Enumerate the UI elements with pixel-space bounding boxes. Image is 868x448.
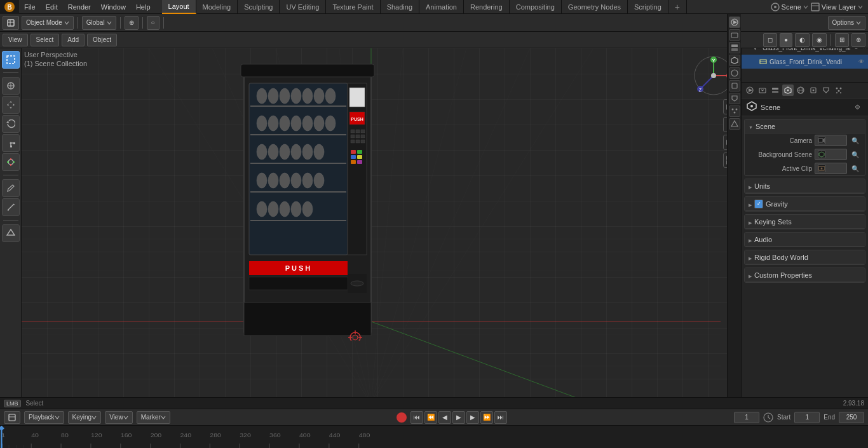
prop-tab-object[interactable] — [808, 85, 819, 96]
tab-uv-editing[interactable]: UV Editing — [280, 0, 326, 14]
menu-edit[interactable]: Edit — [41, 0, 63, 14]
show-gizmos[interactable]: ⊕ — [851, 33, 865, 47]
measure-tool[interactable] — [2, 198, 20, 216]
tab-texture-paint[interactable]: Texture Paint — [326, 0, 380, 14]
audio-section-header[interactable]: Audio — [745, 233, 865, 247]
version-label: 2.93.18 — [843, 400, 864, 407]
tl-marker-btn[interactable]: Marker — [137, 411, 170, 424]
tab-sculpting[interactable]: Sculpting — [238, 0, 280, 14]
outliner-row-1[interactable]: Glass_Front_Drink_Vendi 👁 — [742, 55, 868, 69]
scene-section-header[interactable]: Scene — [745, 119, 865, 133]
end-frame-input[interactable] — [839, 412, 864, 423]
units-section-header[interactable]: Units — [745, 179, 865, 193]
options-btn[interactable]: Options — [828, 16, 865, 30]
svg-rect-165 — [731, 48, 738, 51]
cursor-tool[interactable] — [2, 77, 20, 95]
prop-tab-view-layer[interactable] — [770, 85, 781, 96]
record-btn[interactable] — [397, 412, 407, 423]
proportional-btn[interactable]: ○ — [147, 16, 159, 30]
tab-modeling[interactable]: Modeling — [196, 0, 238, 14]
select-box-tool[interactable] — [2, 51, 20, 69]
tab-animation[interactable]: Animation — [419, 0, 464, 14]
current-frame-input[interactable] — [734, 412, 759, 423]
gravity-checkbox[interactable] — [754, 200, 763, 208]
next-keyframe-btn[interactable]: ⏩ — [480, 411, 493, 424]
timeline-ruler[interactable]: 1 40 80 120 160 200 240 280 320 360 400 … — [0, 426, 868, 448]
prev-frame-btn[interactable]: ◀ — [438, 411, 451, 424]
add-object-tool[interactable] — [2, 224, 20, 242]
gravity-section-header[interactable]: Gravity — [745, 197, 865, 211]
tl-playback-btn[interactable]: Playback — [24, 411, 64, 424]
prop-tab-output[interactable] — [757, 85, 768, 96]
custom-props-header[interactable]: Custom Properties — [745, 268, 865, 282]
prop-tab-phys-icon[interactable] — [729, 118, 740, 130]
annotate-tool[interactable] — [2, 179, 20, 197]
active-clip-eyedrop-btn[interactable]: 🔍 — [850, 163, 861, 174]
scale-tool[interactable] — [2, 134, 20, 152]
keying-sets-section-header[interactable]: Keying Sets — [745, 215, 865, 229]
scene-selector[interactable]: Scene — [782, 3, 801, 11]
menu-help[interactable]: Help — [131, 0, 156, 14]
prop-tab-obj-icon[interactable] — [729, 80, 740, 92]
tl-keying-btn[interactable]: Keying — [68, 411, 102, 424]
prop-tab-world[interactable] — [795, 85, 806, 96]
view-layer-selector[interactable]: View Layer — [822, 3, 856, 11]
tab-geometry-nodes[interactable]: Geometry Nodes — [562, 0, 628, 14]
editor-type-btn[interactable] — [3, 16, 19, 30]
camera-value-icon — [818, 137, 825, 144]
prop-tab-world-icon[interactable] — [729, 67, 740, 79]
prop-tab-scene-icon[interactable] — [729, 55, 740, 66]
next-frame-btn[interactable]: ▶ — [466, 411, 479, 424]
viewport-shading-rendered[interactable]: ◉ — [812, 33, 827, 47]
tab-compositing[interactable]: Compositing — [510, 0, 562, 14]
view-menu[interactable]: View — [3, 34, 28, 46]
prop-tab-render[interactable] — [744, 85, 756, 96]
prop-tab-modifier[interactable] — [820, 85, 832, 96]
active-clip-value-field[interactable] — [815, 163, 847, 174]
prop-tab-mod-icon[interactable] — [729, 93, 740, 104]
start-frame-input[interactable] — [794, 412, 820, 423]
rotate-tool[interactable] — [2, 115, 20, 133]
tab-shading[interactable]: Shading — [381, 0, 419, 14]
camera-value-field[interactable] — [815, 135, 847, 146]
play-btn[interactable]: ▶ — [452, 411, 465, 424]
svg-text:400: 400 — [299, 432, 311, 438]
transform-tool[interactable] — [2, 153, 20, 171]
move-tool[interactable] — [2, 96, 20, 114]
tab-rendering[interactable]: Rendering — [464, 0, 510, 14]
viewport-shading-material[interactable]: ◐ — [795, 33, 810, 47]
prop-tab-particles[interactable] — [833, 85, 844, 96]
prop-tab-part-icon[interactable] — [729, 105, 740, 117]
prop-tab-viewlayer-icon[interactable] — [729, 42, 740, 53]
prop-tab-render-icon[interactable] — [729, 17, 740, 28]
scene-prop-opts-btn[interactable]: ⚙ — [851, 102, 863, 113]
jump-start-btn[interactable]: ⏮ — [410, 411, 423, 424]
menu-window[interactable]: Window — [96, 0, 131, 14]
add-menu[interactable]: Add — [62, 34, 85, 46]
menu-render[interactable]: Render — [63, 0, 96, 14]
object-menu[interactable]: Object — [87, 34, 117, 46]
obj1-vis-btn[interactable]: 👁 — [858, 58, 864, 65]
bg-scene-eyedrop-btn[interactable]: 🔍 — [850, 149, 861, 160]
show-overlays[interactable]: ⊞ — [835, 33, 849, 47]
rigid-body-section-header[interactable]: Rigid Body World — [745, 250, 865, 264]
tl-view-btn[interactable]: View — [105, 411, 133, 424]
prev-keyframe-btn[interactable]: ⏪ — [424, 411, 437, 424]
camera-eyedrop-btn[interactable]: 🔍 — [850, 135, 861, 146]
menu-file[interactable]: File — [19, 0, 41, 14]
tab-layout[interactable]: Layout — [162, 0, 196, 14]
mode-selector[interactable]: Object Mode — [22, 16, 74, 30]
viewport-shading-wire[interactable]: ◻ — [763, 33, 777, 47]
jump-end-btn[interactable]: ⏭ — [494, 411, 507, 424]
snap-btn[interactable]: ⊕ — [125, 16, 139, 30]
prop-tab-out-icon[interactable] — [729, 29, 740, 41]
prop-tab-scene[interactable] — [782, 85, 794, 96]
tab-add[interactable]: + — [668, 0, 687, 14]
viewport-shading-solid[interactable]: ● — [780, 33, 792, 47]
bg-scene-value-field[interactable] — [815, 149, 847, 160]
select-menu[interactable]: Select — [31, 34, 60, 46]
tl-editor-type[interactable] — [4, 411, 20, 424]
tab-scripting[interactable]: Scripting — [628, 0, 668, 14]
global-selector[interactable]: Global — [82, 16, 116, 30]
viewport-3d[interactable]: PUSH PUSH — [22, 48, 741, 409]
